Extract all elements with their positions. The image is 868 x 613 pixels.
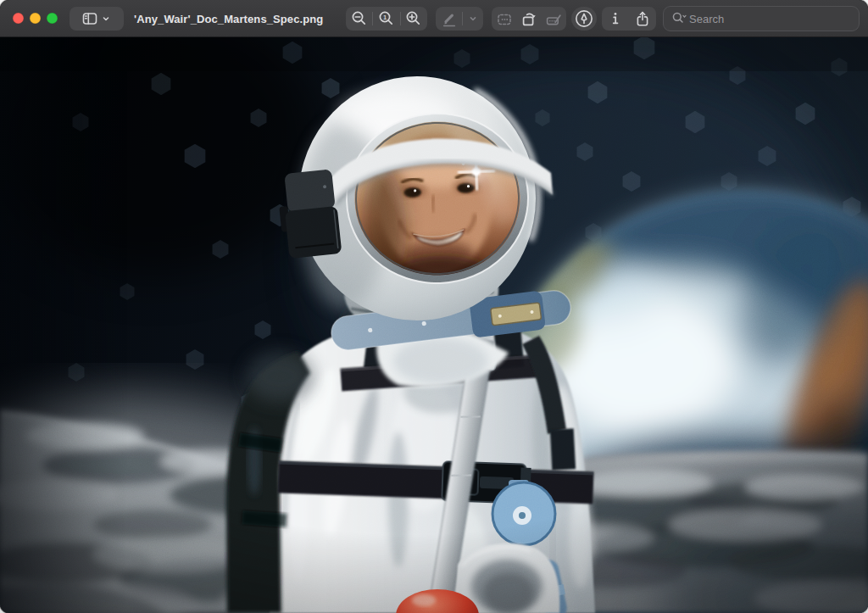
markup-pen-circle-icon — [574, 8, 594, 29]
text-annotation-button[interactable] — [542, 7, 566, 31]
selection-button[interactable] — [492, 7, 517, 31]
svg-text:1: 1 — [383, 14, 387, 21]
zoom-out-icon — [350, 9, 369, 28]
minimize-button[interactable] — [30, 13, 41, 24]
astronaut-moon-photo — [0, 37, 868, 613]
photo-canvas[interactable] — [0, 37, 868, 613]
selection-icon — [495, 9, 514, 28]
share-icon — [633, 9, 652, 28]
edit-tools-group — [492, 7, 566, 31]
film-grain — [0, 37, 868, 613]
window-title: 'Any_Wair'_Doc_Martens_Spec.png — [134, 0, 323, 37]
search-input[interactable] — [687, 12, 852, 26]
preview-window: 'Any_Wair'_Doc_Martens_Spec.png 1 — [0, 0, 868, 613]
chevron-down-icon — [99, 12, 113, 25]
text-annotation-icon — [544, 9, 563, 28]
search-field[interactable] — [663, 6, 860, 31]
fullscreen-button[interactable] — [47, 13, 58, 24]
zoom-actual-size-icon: 1 — [377, 9, 396, 28]
info-button[interactable] — [602, 7, 629, 31]
sidebar-toggle-button[interactable] — [70, 7, 124, 31]
titlebar: 'Any_Wair'_Doc_Martens_Spec.png 1 — [0, 0, 868, 37]
zoom-out-button[interactable] — [346, 7, 372, 31]
zoom-actual-size-button[interactable]: 1 — [373, 7, 399, 31]
zoom-in-button[interactable] — [401, 7, 427, 31]
search-icon — [670, 10, 687, 27]
info-icon — [606, 9, 625, 28]
close-button[interactable] — [13, 13, 24, 24]
markup-chevron-icon — [463, 7, 483, 31]
zoom-in-icon — [404, 9, 423, 28]
markup-toolbar-button[interactable] — [571, 7, 597, 31]
sidebar-icon — [81, 9, 99, 28]
zoom-button-group: 1 — [346, 7, 427, 31]
share-button[interactable] — [629, 7, 656, 31]
rotate-left-button[interactable] — [517, 7, 542, 31]
markup-pencil-button[interactable] — [436, 7, 483, 31]
markup-pencil-icon — [437, 7, 462, 31]
info-share-group — [602, 7, 656, 31]
rotate-left-icon — [520, 9, 538, 28]
